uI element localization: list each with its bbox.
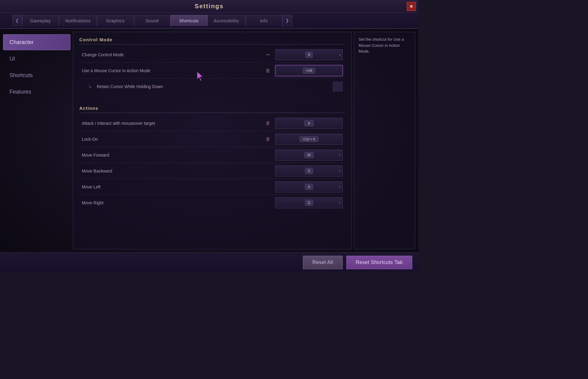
row-move-right: Move Right D ▾ — [79, 195, 345, 211]
tab-accessibility[interactable]: Accessibility — [207, 15, 246, 26]
row-change-control-mode: Change Control Mode ↩ 9 ▾ — [79, 47, 345, 63]
keybinding-change-control-mode[interactable]: 9 ▾ — [275, 49, 343, 60]
row-retain-cursor: ↳ Retain Cursor While Holding Down — [79, 79, 345, 95]
key-tag-d: D — [305, 200, 313, 206]
section-control-mode: Control Mode Change Control Mode ↩ 9 ▾ U… — [73, 32, 351, 101]
sidebar-item-shortcuts[interactable]: Shortcuts — [3, 67, 70, 83]
label-mouse-cursor-action-mode: Use a Mouse Cursor in Action Mode — [82, 68, 261, 73]
label-move-left: Move Left — [82, 184, 272, 189]
tab-sound[interactable]: Sound — [134, 15, 171, 26]
sidebar-item-features[interactable]: Features — [3, 84, 70, 100]
info-panel: Set the shortcut for Use a Mouse Cursor … — [354, 32, 415, 249]
label-attack-interact: Attack / Interact with mouseover target — [82, 121, 261, 126]
row-attack-interact: Attack / Interact with mouseover target … — [79, 115, 345, 131]
keybinding-move-forward[interactable]: W ▾ — [275, 150, 343, 161]
section-header-control-mode: Control Mode — [79, 37, 345, 44]
tab-arrow-right[interactable]: ❯ — [282, 15, 292, 26]
tab-graphics[interactable]: Graphics — [97, 15, 134, 26]
info-text: Set the shortcut for Use a Mouse Cursor … — [359, 37, 404, 54]
label-move-forward: Move Forward — [82, 153, 272, 158]
key-tag-alt: +Alt — [303, 68, 315, 74]
sidebar-item-character[interactable]: Character — [3, 34, 70, 50]
keybinding-attack-interact[interactable]: 🖱 — [275, 118, 343, 129]
section-actions: Actions Attack / Interact with mouseover… — [73, 101, 351, 217]
right-arrow-icon: ❯ — [285, 18, 289, 23]
tab-notifications[interactable]: Notifications — [59, 15, 97, 26]
row-move-left: Move Left A ▾ — [79, 179, 345, 195]
sidebar: Character UI Shortcuts Features — [3, 32, 70, 249]
keybinding-move-right[interactable]: D ▾ — [275, 197, 343, 208]
keybinding-move-backward[interactable]: S ▾ — [275, 165, 343, 176]
label-move-right: Move Right — [82, 200, 272, 205]
keybinding-move-left[interactable]: A ▾ — [275, 181, 343, 192]
row-mouse-cursor-action-mode: Use a Mouse Cursor in Action Mode 🗑 +Alt — [79, 63, 345, 79]
reset-all-button[interactable]: Reset All — [303, 256, 343, 269]
tab-bar: ❮ Gameplay Notifications Graphics Sound … — [0, 13, 418, 29]
content-panel: Control Mode Change Control Mode ↩ 9 ▾ U… — [73, 32, 352, 249]
window-title: Settings — [195, 3, 224, 10]
row-move-backward: Move Backward S ▾ — [79, 163, 345, 179]
left-arrow-icon: ❮ — [15, 18, 19, 23]
dropdown-arrow-icon-backward: ▾ — [339, 169, 341, 173]
close-button[interactable]: ✕ — [407, 2, 416, 11]
keybinding-lock-on[interactable]: +Ctrl +🖱 — [275, 134, 343, 145]
bottom-bar: Reset All Reset Shortcuts Tab — [0, 252, 418, 272]
reset-icon-change-control-mode[interactable]: ↩ — [264, 50, 272, 59]
key-tag-s: S — [305, 168, 313, 174]
key-tag-9: 9 — [305, 52, 313, 58]
label-move-backward: Move Backward — [82, 169, 272, 173]
tab-shortcuts[interactable]: Shortcuts — [171, 15, 207, 26]
tab-arrow-left[interactable]: ❮ — [12, 15, 22, 26]
row-move-forward: Move Forward W ▾ — [79, 147, 345, 163]
delete-icon-attack-interact[interactable]: 🗑 — [264, 119, 272, 128]
dropdown-arrow-icon-forward: ▾ — [339, 153, 341, 157]
dropdown-arrow-icon-left: ▾ — [339, 185, 341, 188]
tab-info[interactable]: Info — [246, 15, 282, 26]
key-tag-ctrl: +Ctrl +🖱 — [300, 136, 318, 142]
dropdown-arrow-icon-right: ▾ — [339, 201, 341, 205]
delete-icon-mouse-cursor[interactable]: 🗑 — [264, 66, 272, 75]
section-header-actions: Actions — [79, 106, 345, 113]
label-change-control-mode: Change Control Mode — [82, 52, 261, 57]
delete-icon-lock-on[interactable]: 🗑 — [264, 135, 272, 143]
reset-shortcuts-tab-button[interactable]: Reset Shortcuts Tab — [346, 256, 412, 269]
tab-gameplay[interactable]: Gameplay — [22, 15, 59, 26]
dropdown-arrow-icon: ▾ — [339, 53, 341, 56]
keybinding-mouse-cursor[interactable]: +Alt — [275, 65, 343, 76]
title-bar: Settings ✕ — [0, 0, 418, 13]
keybinding-retain-cursor[interactable] — [333, 82, 343, 91]
sidebar-item-ui[interactable]: UI — [3, 51, 70, 67]
main-content: Character UI Shortcuts Features Control … — [0, 29, 418, 252]
sub-arrow-icon: ↳ — [89, 84, 92, 89]
label-retain-cursor: Retain Cursor While Holding Down — [97, 84, 330, 89]
row-lock-on: Lock-On 🗑 +Ctrl +🖱 — [79, 131, 345, 147]
settings-window: Settings ✕ ❮ Gameplay Notifications Grap… — [0, 0, 418, 272]
key-tag-w: W — [304, 152, 313, 158]
key-tag-mouse-btn: 🖱 — [304, 120, 314, 126]
key-tag-a: A — [305, 184, 313, 190]
label-lock-on: Lock-On — [82, 137, 261, 142]
